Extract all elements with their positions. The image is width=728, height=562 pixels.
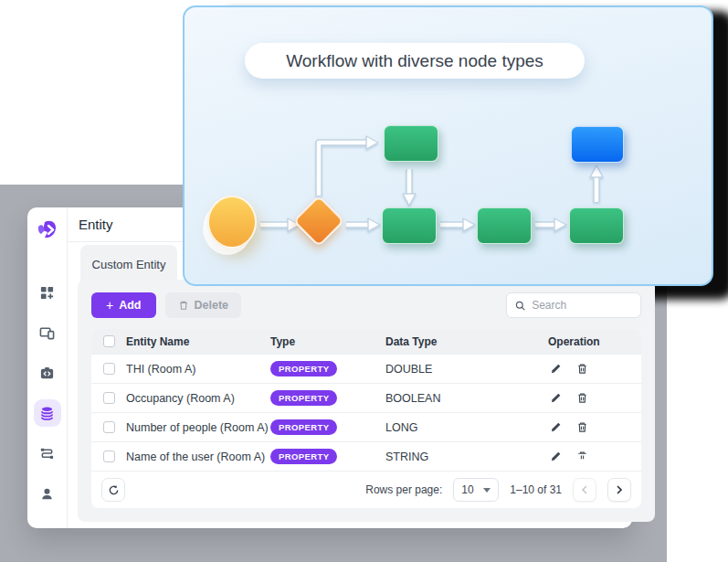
workflow-node-start-circle[interactable] xyxy=(207,196,257,249)
code-box-icon xyxy=(39,366,55,381)
flow-route-icon xyxy=(39,446,55,461)
add-button[interactable]: + Add xyxy=(91,292,156,318)
grid-plus-icon xyxy=(39,285,55,301)
edit-icon[interactable] xyxy=(550,421,562,433)
cell-data-type: STRING xyxy=(385,451,539,463)
type-badge: PROPERTY xyxy=(270,390,337,406)
page-size-value: 10 xyxy=(461,483,473,496)
cell-data-type: LONG xyxy=(385,421,539,434)
table-row[interactable]: THI (Room A) PROPERTY DOUBLE xyxy=(91,354,641,383)
sidebar-item-gateway[interactable] xyxy=(34,359,61,387)
table-row[interactable]: Number of people (Room A) PROPERTY LONG xyxy=(91,412,641,441)
workflow-node-task-top[interactable] xyxy=(384,125,438,162)
table-row[interactable]: Name of the user (Room A) PROPERTY STRIN… xyxy=(91,441,641,471)
refresh-icon xyxy=(108,484,120,496)
edit-icon[interactable] xyxy=(550,392,562,404)
workflow-node-decision-diamond[interactable] xyxy=(293,196,345,248)
rows-per-page-label: Rows per page: xyxy=(365,483,442,496)
sidebar-nav xyxy=(34,279,61,507)
entity-table: Entity Name Type Data Type Operation THI… xyxy=(91,329,641,508)
screenshot-canvas: Entity Custom Entity + Add Delete xyxy=(0,0,728,562)
trash-icon xyxy=(178,300,189,311)
edit-icon[interactable] xyxy=(550,451,562,462)
page-size-select[interactable]: 10 xyxy=(453,478,499,502)
type-badge: PROPERTY xyxy=(270,419,337,435)
user-icon xyxy=(39,486,55,502)
row-checkbox[interactable] xyxy=(103,392,115,404)
workflow-node-task-2[interactable] xyxy=(477,207,532,244)
toolbar: + Add Delete xyxy=(91,292,641,318)
sidebar xyxy=(27,207,68,528)
sidebar-item-devices[interactable] xyxy=(34,319,61,346)
chevron-down-icon xyxy=(483,488,491,493)
logo-icon xyxy=(36,218,59,242)
delete-button-label: Delete xyxy=(195,299,229,312)
sidebar-item-dashboard[interactable] xyxy=(34,279,61,306)
workflow-card: Workflow with diverse node types xyxy=(183,5,713,286)
app-logo xyxy=(36,218,59,242)
search-icon xyxy=(515,300,525,312)
cell-entity-name: Occupancy (Room A) xyxy=(126,392,270,405)
delete-row-icon[interactable] xyxy=(576,392,588,404)
column-header-entity-name: Entity Name xyxy=(126,335,270,348)
table-footer: Rows per page: 10 1–10 of 31 xyxy=(91,471,641,508)
select-all-checkbox[interactable] xyxy=(103,335,115,347)
workflow-title: Workflow with diverse node types xyxy=(286,51,543,71)
devices-icon xyxy=(39,325,55,341)
refresh-button[interactable] xyxy=(101,478,125,502)
workflow-node-end[interactable] xyxy=(571,126,624,163)
pagination: Rows per page: 10 1–10 of 31 xyxy=(365,478,631,502)
type-badge: PROPERTY xyxy=(270,449,337,464)
cell-entity-name: Number of people (Room A) xyxy=(126,421,270,434)
sidebar-item-users[interactable] xyxy=(34,480,61,507)
chevron-right-icon xyxy=(615,485,624,494)
search-input[interactable] xyxy=(532,299,632,312)
add-button-label: Add xyxy=(119,299,141,312)
row-checkbox[interactable] xyxy=(103,421,115,433)
table-header-row: Entity Name Type Data Type Operation xyxy=(91,329,641,354)
content-panel: + Add Delete xyxy=(78,280,655,522)
next-page-button[interactable] xyxy=(607,478,631,502)
edit-icon[interactable] xyxy=(550,363,562,375)
delete-row-icon[interactable] xyxy=(576,421,588,433)
page-range-label: 1–10 of 31 xyxy=(510,483,562,496)
column-header-data-type: Data Type xyxy=(385,335,539,348)
page-title: Entity xyxy=(79,217,113,232)
workflow-node-task-3[interactable] xyxy=(569,207,624,244)
plus-icon: + xyxy=(106,299,113,312)
prev-page-button[interactable] xyxy=(573,478,596,502)
tab-custom-entity[interactable]: Custom Entity xyxy=(80,245,177,283)
column-header-operation: Operation xyxy=(539,335,641,348)
row-checkbox[interactable] xyxy=(103,451,115,462)
cell-entity-name: Name of the user (Room A) xyxy=(126,451,270,463)
sidebar-item-data[interactable] xyxy=(34,399,61,427)
table-row[interactable]: Occupancy (Room A) PROPERTY BOOLEAN xyxy=(91,383,641,412)
column-header-type: Type xyxy=(270,335,385,348)
type-badge: PROPERTY xyxy=(270,361,337,376)
row-checkbox[interactable] xyxy=(103,363,115,375)
delete-row-icon[interactable] xyxy=(576,363,588,375)
delete-button[interactable]: Delete xyxy=(165,292,242,318)
cell-entity-name: THI (Room A) xyxy=(126,363,270,376)
workflow-title-pill: Workflow with diverse node types xyxy=(245,43,585,79)
database-icon xyxy=(39,406,55,421)
cell-data-type: BOOLEAN xyxy=(385,392,539,405)
search-box[interactable] xyxy=(506,292,641,318)
workflow-node-task-1[interactable] xyxy=(382,207,437,244)
cell-data-type: DOUBLE xyxy=(385,363,539,376)
delete-row-icon[interactable] xyxy=(576,451,588,462)
chevron-left-icon xyxy=(580,485,589,494)
sidebar-item-flows[interactable] xyxy=(34,440,61,467)
